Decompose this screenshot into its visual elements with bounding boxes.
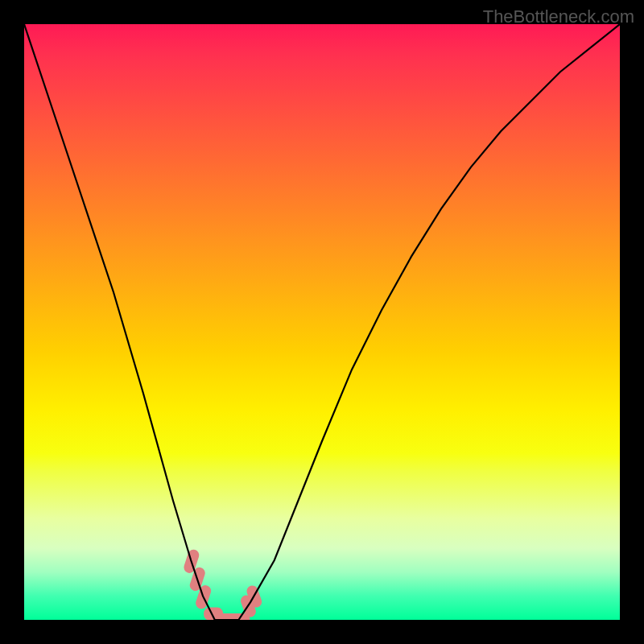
- watermark-text: TheBottleneck.com: [483, 6, 634, 27]
- plot-area: [24, 24, 620, 620]
- chart-svg: [24, 24, 620, 620]
- bottleneck-curve: [24, 24, 620, 620]
- highlight-marks: [183, 548, 264, 620]
- chart-container: TheBottleneck.com: [0, 0, 644, 644]
